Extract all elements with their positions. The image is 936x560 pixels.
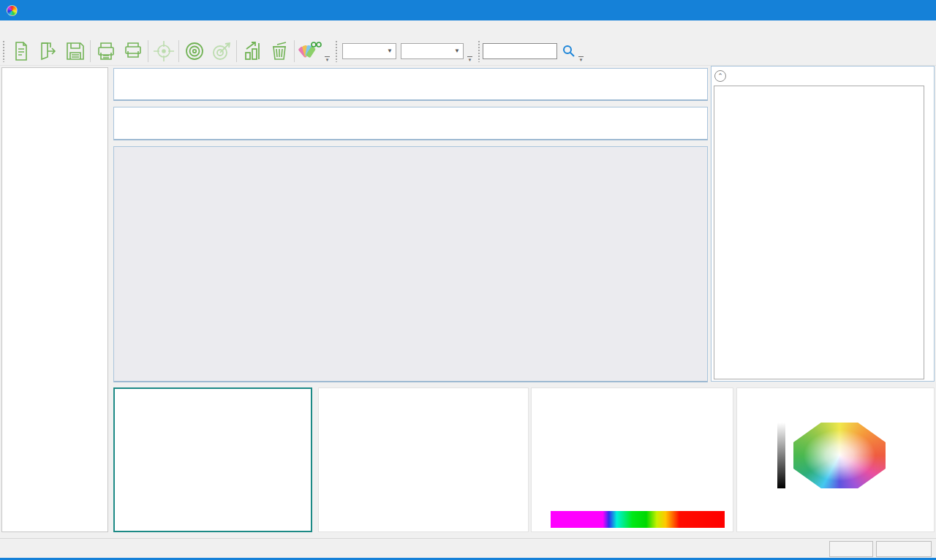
collapse-panel-icon[interactable]: ⌃ [714,70,726,82]
toolbar-grip[interactable] [478,40,480,62]
locate-target-button[interactable] [150,38,177,64]
measure-mode-combo[interactable]: ▼ [342,43,396,59]
measure-target-icon [210,39,233,63]
toolbar-separator [236,40,237,62]
sample-tree [1,67,108,532]
save-icon [64,40,86,62]
print-word-icon [121,40,145,62]
export-button[interactable] [34,38,61,64]
reflectance-chart [531,387,733,532]
measure-target-button[interactable] [208,38,235,64]
close-button[interactable] [902,0,936,20]
delta-ab-scatter-chart [113,387,312,532]
color-match-button[interactable] [296,38,323,64]
statistics-button[interactable] [238,38,265,64]
workspace: ⌃ [0,66,936,538]
app-logo-icon [7,5,18,16]
calibrate-button[interactable] [181,38,208,64]
color-match-icon [298,39,322,63]
delete-icon [268,40,290,62]
new-document-icon [10,40,32,62]
save-button[interactable] [61,38,88,64]
toolbar: ▾ ▼ ▼ ▾ ▾ [0,37,936,66]
title-bar [0,0,936,20]
minimize-button[interactable] [835,0,869,20]
auto-button[interactable] [829,541,873,557]
standard-panel [113,107,708,140]
maximize-button[interactable] [869,0,902,20]
tolerance-panel [113,68,708,101]
toolbar-separator [90,40,91,62]
toolbar-separator [294,40,295,62]
toolbar-separator [148,40,148,62]
status-bar [0,538,936,560]
delete-button[interactable] [265,38,292,64]
search-icon[interactable] [561,43,577,59]
status-empty-cell [876,541,932,557]
toolbar-overflow[interactable]: ▾ [325,56,330,61]
lab-color-wheel [793,423,886,488]
color-diff-panel: ⌃ [711,66,935,382]
toolbar-overflow[interactable]: ▾ [578,56,584,61]
spectrum-color-bar [551,511,725,528]
print-icon [95,40,117,62]
statistics-icon [241,40,263,62]
chevron-down-icon: ▼ [450,48,460,54]
toolbar-separator [178,40,179,62]
calibrate-icon [183,39,206,63]
toolbar-overflow[interactable]: ▾ [467,56,472,61]
menu-bar [0,20,936,37]
export-icon [37,40,59,62]
sample-list-panel [113,146,708,382]
toolbar-grip[interactable] [335,40,338,62]
print-word-button[interactable] [119,38,146,64]
chevron-down-icon: ▼ [382,48,393,54]
lab-color-space-chart [736,387,935,532]
color-diff-card [714,86,924,379]
new-document-button[interactable] [7,38,34,64]
search-input[interactable] [483,43,557,59]
locate-target-icon [152,39,176,63]
lightness-gradient-bar [777,423,785,488]
print-button[interactable] [92,38,119,64]
illuminant-observer-combo[interactable]: ▼ [401,43,464,59]
toolbar-grip[interactable] [2,40,5,62]
delta-e-trend-chart [318,387,529,532]
